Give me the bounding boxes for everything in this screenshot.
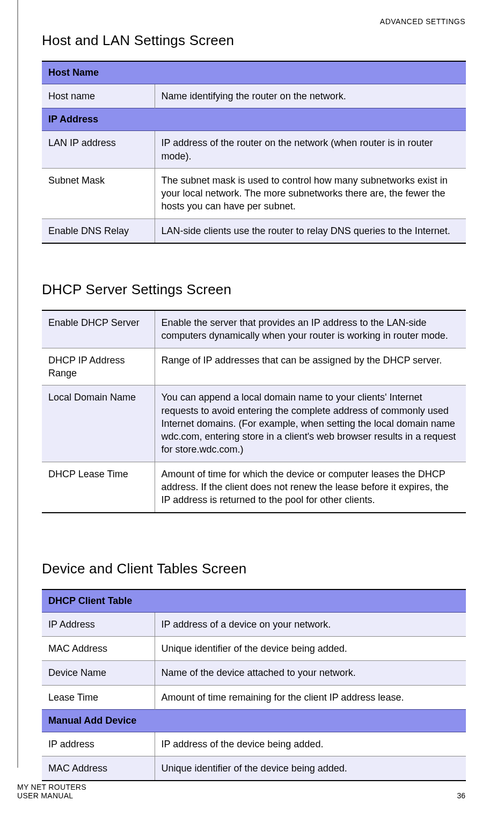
host-lan-table: Host Name Host name Name identifying the… <box>42 61 466 244</box>
row-label: Subnet Mask <box>42 168 155 219</box>
group-header: Manual Add Device <box>42 709 466 732</box>
row-desc: IP address of a device on your network. <box>155 612 466 636</box>
group-header: IP Address <box>42 108 466 131</box>
row-label: IP Address <box>42 612 155 636</box>
row-desc: The subnet mask is used to control how m… <box>155 168 466 219</box>
row-desc: Range of IP addresses that can be assign… <box>155 348 466 385</box>
table-row: Lease Time Amount of time remaining for … <box>42 685 466 709</box>
row-desc: Name of the device attached to your netw… <box>155 661 466 685</box>
footer-line2: USER MANUAL <box>17 791 73 800</box>
page-number: 36 <box>457 791 465 800</box>
table-row: DHCP Lease Time Amount of time for which… <box>42 462 466 512</box>
row-label: Enable DHCP Server <box>42 310 155 348</box>
row-label: MAC Address <box>42 636 155 660</box>
table-row: MAC Address Unique identifier of the dev… <box>42 756 466 781</box>
row-label: DHCP Lease Time <box>42 462 155 512</box>
header-section-label: ADVANCED SETTINGS <box>380 17 465 26</box>
footer-line1: MY NET ROUTERS <box>17 783 86 791</box>
row-desc: Name identifying the router on the netwo… <box>155 84 466 108</box>
row-desc: Amount of time for which the device or c… <box>155 462 466 512</box>
row-label: Host name <box>42 84 155 108</box>
row-desc: Unique identifier of the device being ad… <box>155 636 466 660</box>
table-row: DHCP IP Address Range Range of IP addres… <box>42 348 466 385</box>
section2-heading: DHCP Server Settings Screen <box>42 281 466 298</box>
table-row: Enable DNS Relay LAN-side clients use th… <box>42 219 466 243</box>
row-label: Lease Time <box>42 685 155 709</box>
row-label: Local Domain Name <box>42 385 155 462</box>
row-label: Device Name <box>42 661 155 685</box>
section3-heading: Device and Client Tables Screen <box>42 560 466 577</box>
group-header-row: Host Name <box>42 61 466 84</box>
group-header: Host Name <box>42 61 466 84</box>
table-row: LAN IP address IP address of the router … <box>42 131 466 169</box>
table-row: Host name Name identifying the router on… <box>42 84 466 108</box>
row-desc: Unique identifier of the device being ad… <box>155 756 466 781</box>
table-row: IP address IP address of the device bein… <box>42 732 466 756</box>
row-label: IP address <box>42 732 155 756</box>
group-header: DHCP Client Table <box>42 589 466 613</box>
row-label: LAN IP address <box>42 131 155 169</box>
row-desc: IP address of the router on the network … <box>155 131 466 169</box>
table-row: Local Domain Name You can append a local… <box>42 385 466 462</box>
row-label: Enable DNS Relay <box>42 219 155 243</box>
decorative-side-line <box>17 0 18 768</box>
device-client-table: DHCP Client Table IP Address IP address … <box>42 589 466 782</box>
table-row: Enable DHCP Server Enable the server tha… <box>42 310 466 348</box>
group-header-row: DHCP Client Table <box>42 589 466 613</box>
table-row: Subnet Mask The subnet mask is used to c… <box>42 168 466 219</box>
table-row: Device Name Name of the device attached … <box>42 661 466 685</box>
row-desc: LAN-side clients use the router to relay… <box>155 219 466 243</box>
table-row: IP Address IP address of a device on you… <box>42 612 466 636</box>
row-label: MAC Address <box>42 756 155 781</box>
group-header-row: IP Address <box>42 108 466 131</box>
row-desc: Enable the server that provides an IP ad… <box>155 310 466 348</box>
table-row: MAC Address Unique identifier of the dev… <box>42 636 466 660</box>
main-content: Host and LAN Settings Screen Host Name H… <box>42 32 466 781</box>
row-label: DHCP IP Address Range <box>42 348 155 385</box>
row-desc: Amount of time remaining for the client … <box>155 685 466 709</box>
section1-heading: Host and LAN Settings Screen <box>42 32 466 49</box>
footer-text: MY NET ROUTERS USER MANUAL <box>17 783 86 800</box>
group-header-row: Manual Add Device <box>42 709 466 732</box>
row-desc: IP address of the device being added. <box>155 732 466 756</box>
row-desc: You can append a local domain name to yo… <box>155 385 466 462</box>
dhcp-server-table: Enable DHCP Server Enable the server tha… <box>42 310 466 513</box>
